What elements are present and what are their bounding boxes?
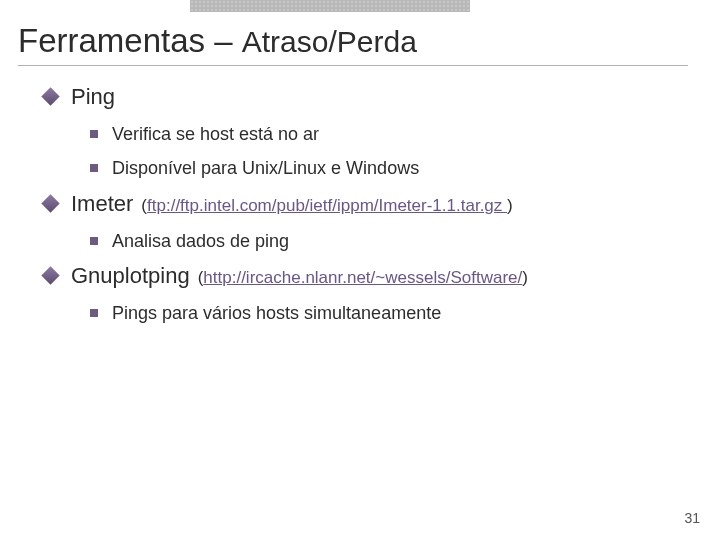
sub-item: Analisa dados de ping [90, 229, 692, 253]
page-number: 31 [684, 510, 700, 526]
section-gnuplotping: Gnuplotping (http://ircache.nlanr.net/~w… [44, 263, 692, 289]
square-bullet-icon [90, 309, 98, 317]
paren-close: ) [522, 268, 528, 287]
square-bullet-icon [90, 237, 98, 245]
sub-text: Analisa dados de ping [112, 229, 289, 253]
slide-body: Ferramentas – Atraso/Perda Ping Verifica… [0, 0, 720, 325]
section-imeter: Imeter (ftp://ftp.intel.com/pub/ietf/ipp… [44, 191, 692, 217]
title-sub: Atraso/Perda [242, 25, 417, 58]
section-ping: Ping [44, 84, 692, 110]
title-main: Ferramentas – [18, 22, 233, 59]
diamond-bullet-icon [41, 88, 59, 106]
section-link-imeter[interactable]: ftp://ftp.intel.com/pub/ietf/ippm/Imeter… [147, 196, 507, 215]
slide-title: Ferramentas – Atraso/Perda [18, 22, 692, 60]
sub-text: Verifica se host está no ar [112, 122, 319, 146]
top-decor-bar [190, 0, 470, 12]
section-heading: Imeter [71, 191, 133, 217]
sub-text: Pings para vários hosts simultaneamente [112, 301, 441, 325]
sub-text: Disponível para Unix/Linux e Windows [112, 156, 419, 180]
sub-item: Pings para vários hosts simultaneamente [90, 301, 692, 325]
square-bullet-icon [90, 130, 98, 138]
section-link-gnuplotping[interactable]: http://ircache.nlanr.net/~wessels/Softwa… [203, 268, 522, 287]
paren-close: ) [507, 196, 513, 215]
diamond-bullet-icon [41, 267, 59, 285]
sub-item: Disponível para Unix/Linux e Windows [90, 156, 692, 180]
sub-item: Verifica se host está no ar [90, 122, 692, 146]
link-paren: (http://ircache.nlanr.net/~wessels/Softw… [198, 268, 528, 288]
title-rule [18, 65, 688, 66]
section-heading: Ping [71, 84, 115, 110]
diamond-bullet-icon [41, 194, 59, 212]
link-paren: (ftp://ftp.intel.com/pub/ietf/ippm/Imete… [141, 196, 512, 216]
square-bullet-icon [90, 164, 98, 172]
section-heading: Gnuplotping [71, 263, 190, 289]
